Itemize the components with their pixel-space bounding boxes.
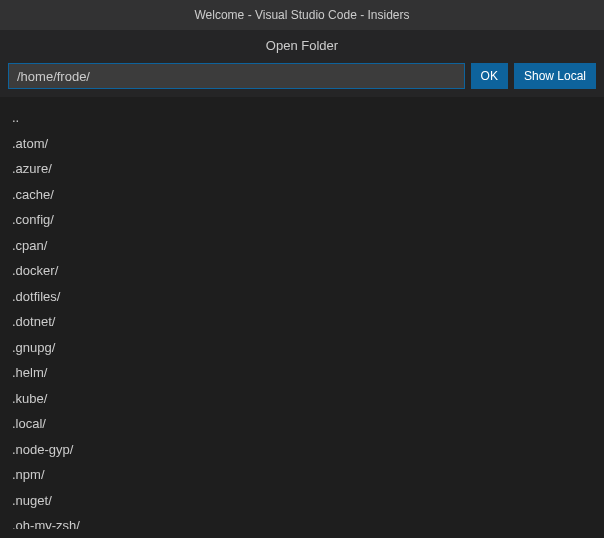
list-item[interactable]: .gnupg/ (12, 335, 604, 361)
dialog-title: Open Folder (0, 30, 604, 63)
dialog-body: OK Show Local (0, 63, 604, 97)
list-item[interactable]: .cache/ (12, 182, 604, 208)
list-item[interactable]: .atom/ (12, 131, 604, 157)
list-item[interactable]: .helm/ (12, 360, 604, 386)
title-bar: Welcome - Visual Studio Code - Insiders (0, 0, 604, 30)
list-item[interactable]: .npm/ (12, 462, 604, 488)
window-title: Welcome - Visual Studio Code - Insiders (195, 8, 410, 22)
list-item[interactable]: .node-gyp/ (12, 437, 604, 463)
list-item[interactable]: .docker/ (12, 258, 604, 284)
list-item[interactable]: .. (12, 105, 604, 131)
show-local-button[interactable]: Show Local (514, 63, 596, 89)
list-item[interactable]: .cpan/ (12, 233, 604, 259)
list-item[interactable]: .azure/ (12, 156, 604, 182)
list-item[interactable]: .kube/ (12, 386, 604, 412)
list-item[interactable]: .oh-my-zsh/ (12, 513, 604, 529)
list-item[interactable]: .config/ (12, 207, 604, 233)
list-item[interactable]: .local/ (12, 411, 604, 437)
path-input[interactable] (8, 63, 465, 89)
list-item[interactable]: .nuget/ (12, 488, 604, 514)
input-row: OK Show Local (8, 63, 596, 89)
dialog-container: Open Folder OK Show Local (0, 30, 604, 97)
list-item[interactable]: .dotnet/ (12, 309, 604, 335)
list-item[interactable]: .dotfiles/ (12, 284, 604, 310)
ok-button[interactable]: OK (471, 63, 508, 89)
file-list[interactable]: ...atom/.azure/.cache/.config/.cpan/.doc… (0, 97, 604, 529)
